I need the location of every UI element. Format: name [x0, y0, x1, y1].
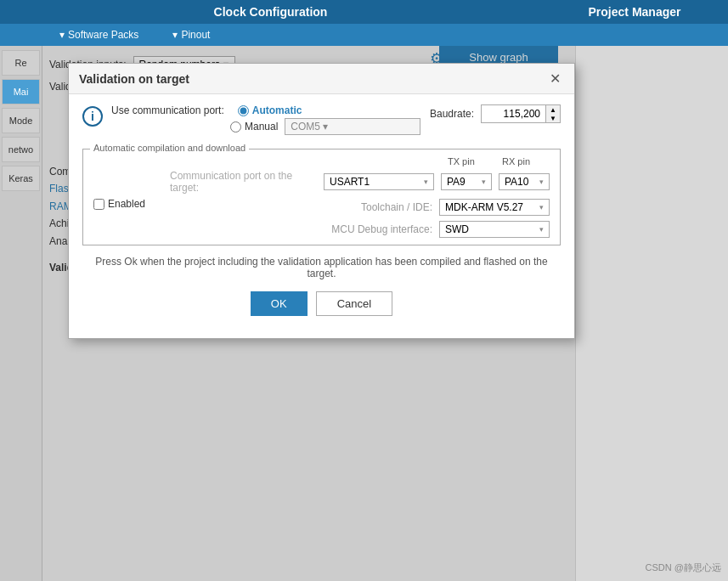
- dialog-footer: OK Cancel: [82, 291, 561, 328]
- comm-port-on-target-label: Communication port on the target:: [170, 170, 313, 194]
- dialog-overlay: Validation on target ✕ i Use communicati…: [42, 46, 575, 581]
- enabled-checkbox-label[interactable]: Enabled: [93, 198, 161, 210]
- dialog-title: Validation on target: [79, 72, 189, 86]
- sidebar-item-mode[interactable]: Mode: [2, 108, 40, 133]
- baudrate-section: Baudrate: ▲ ▼: [430, 104, 561, 123]
- usart-dropdown[interactable]: USART1 ▾: [324, 173, 434, 190]
- baudrate-input[interactable]: [482, 106, 545, 121]
- chevron-down-icon: ▾: [323, 121, 328, 133]
- sub-header: ▾ Software Packs ▾ Pinout: [0, 24, 728, 46]
- tx-pin-value: PA9: [447, 176, 466, 188]
- baudrate-down-button[interactable]: ▼: [546, 114, 560, 122]
- chevron-down-icon: ▾: [539, 203, 544, 212]
- sidebar-item-keras[interactable]: Keras: [2, 166, 40, 191]
- usart-value: USART1: [330, 176, 370, 188]
- rx-pin-label: RX pin: [502, 156, 550, 166]
- auto-compile-inner: Enabled Communication port on the target…: [93, 170, 550, 238]
- tx-pin-label: TX pin: [448, 156, 495, 166]
- manual-row: Manual COM5 ▾: [230, 118, 421, 135]
- automatic-radio[interactable]: [238, 105, 249, 116]
- enabled-checkbox[interactable]: [93, 199, 104, 210]
- rx-pin-dropdown[interactable]: PA10 ▾: [499, 173, 550, 190]
- ok-button[interactable]: OK: [251, 291, 308, 316]
- pinout-label: Pinout: [181, 29, 210, 41]
- software-packs-label: Software Packs: [68, 29, 138, 41]
- baudrate-label: Baudrate:: [430, 108, 474, 120]
- toolchain-dropdown[interactable]: MDK-ARM V5.27 ▾: [439, 199, 550, 216]
- project-manager-title: Project Manager: [541, 0, 728, 24]
- enabled-label: Enabled: [108, 198, 145, 210]
- toolchain-label: Toolchain / IDE:: [361, 201, 432, 213]
- dialog-titlebar: Validation on target ✕: [69, 64, 574, 94]
- sidebar-item-mai[interactable]: Mai: [2, 79, 40, 104]
- pin-labels-row: TX pin RX pin: [93, 156, 550, 166]
- mcu-debug-dropdown[interactable]: SWD ▾: [439, 221, 550, 238]
- mcu-debug-row: MCU Debug interface: SWD ▾: [170, 221, 550, 238]
- validation-dialog: Validation on target ✕ i Use communicati…: [68, 63, 575, 339]
- use-comm-port-label: Use communication port:: [111, 104, 224, 116]
- mcu-debug-label: MCU Debug interface:: [331, 223, 432, 235]
- toolchain-value: MDK-ARM V5.27: [445, 201, 523, 213]
- chevron-down-icon: ▾: [424, 178, 428, 186]
- tx-pin-dropdown[interactable]: PA9 ▾: [441, 173, 492, 190]
- toolchain-row: Toolchain / IDE: MDK-ARM V5.27 ▾: [170, 199, 550, 216]
- chevron-down-icon: ▾: [539, 178, 544, 186]
- auto-compile-right: Communication port on the target: USART1…: [170, 170, 550, 238]
- notice-text: Press Ok when the project including the …: [82, 256, 561, 279]
- content-area: ⚙ Validation inputs: Random numbers ▾ Va…: [42, 46, 575, 581]
- info-icon: i: [82, 106, 103, 127]
- manual-radio-label[interactable]: Manual: [230, 121, 278, 133]
- comm-port-label-row: Use communication port: Automatic: [111, 104, 421, 116]
- auto-compile-section: Automatic compilation and download TX pi…: [82, 149, 561, 245]
- automatic-label: Automatic: [252, 104, 302, 116]
- dialog-info-row: i Use communication port: Automatic: [82, 104, 561, 138]
- rx-pin-value: PA10: [505, 176, 528, 188]
- header-title: Clock Configuration: [214, 5, 328, 19]
- top-header: Clock Configuration Project Manager: [0, 0, 728, 24]
- chevron-down-icon: ▾: [59, 29, 65, 41]
- section-legend: Automatic compilation and download: [90, 143, 249, 153]
- cancel-button[interactable]: Cancel: [316, 291, 392, 316]
- clock-config-title: Clock Configuration: [0, 0, 541, 24]
- software-packs-menu[interactable]: ▾ Software Packs: [42, 29, 155, 41]
- sidebar-item-network[interactable]: netwo: [2, 137, 40, 162]
- right-panel: [575, 46, 728, 581]
- chevron-down-icon: ▾: [539, 225, 544, 234]
- automatic-radio-label[interactable]: Automatic: [238, 104, 302, 116]
- usart-row: Communication port on the target: USART1…: [170, 170, 550, 194]
- chevron-down-icon: ▾: [482, 178, 486, 186]
- main-layout: Re Mai Mode netwo Keras ⚙ Validation inp…: [0, 46, 728, 581]
- baudrate-up-button[interactable]: ▲: [546, 105, 560, 114]
- com-port-dropdown[interactable]: COM5 ▾: [285, 118, 420, 135]
- mcu-debug-value: SWD: [445, 223, 469, 235]
- dialog-close-button[interactable]: ✕: [546, 71, 564, 87]
- pinout-menu[interactable]: ▾ Pinout: [155, 29, 227, 41]
- watermark-text: CSDN @静思心远: [646, 561, 721, 574]
- sidebar: Re Mai Mode netwo Keras: [0, 46, 42, 581]
- project-manager-label: Project Manager: [589, 5, 681, 19]
- manual-label: Manual: [245, 121, 278, 133]
- dialog-body: i Use communication port: Automatic: [69, 94, 574, 338]
- baudrate-spinner[interactable]: ▲ ▼: [545, 105, 560, 122]
- comm-port-section: Use communication port: Automatic Manual: [111, 104, 421, 138]
- manual-radio[interactable]: [230, 121, 241, 133]
- com-port-value: COM5: [291, 121, 320, 133]
- sidebar-item-re[interactable]: Re: [2, 50, 40, 76]
- chevron-down-icon: ▾: [172, 29, 178, 41]
